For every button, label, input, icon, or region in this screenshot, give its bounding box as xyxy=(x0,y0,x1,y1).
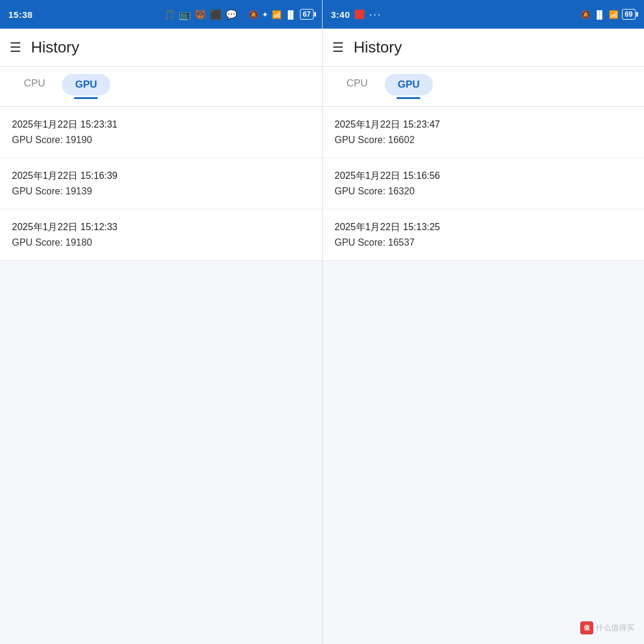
more-dots-icon: ··· xyxy=(369,8,382,21)
right-battery: 69 xyxy=(622,9,636,20)
left-date-0: 2025年1月22日 15:23:31 xyxy=(12,119,310,131)
left-list-item-1: 2025年1月22日 15:16:39 GPU Score: 19139 xyxy=(0,158,322,209)
right-time: 3:40 xyxy=(331,10,350,20)
left-tab-gpu-underline xyxy=(74,97,98,99)
left-tab-gpu[interactable]: GPU xyxy=(62,74,110,95)
right-score-2: GPU Score: 16537 xyxy=(335,237,632,248)
left-status-icons: 🎵 📺 🐻 ⬛ 💬 🔕 ✦ 📶 ▐▌ 67 xyxy=(163,9,314,20)
right-wifi-icon: 📶 xyxy=(609,10,618,19)
app-icon-2: 🐻 xyxy=(194,9,206,20)
right-menu-icon[interactable]: ☰ xyxy=(332,41,344,54)
app-icon-1: 📺 xyxy=(179,9,191,20)
left-battery: 67 xyxy=(300,9,314,20)
left-score-0: GPU Score: 19190 xyxy=(12,135,310,145)
right-date-0: 2025年1月22日 15:23:47 xyxy=(335,119,632,131)
app-icon-3: ⬛ xyxy=(210,9,222,20)
left-panel: 15:38 🎵 📺 🐻 ⬛ 💬 🔕 ✦ 📶 ▐▌ 67 ☰ History CP… xyxy=(0,0,322,644)
left-tabs: CPU GPU xyxy=(0,67,322,107)
right-content: 2025年1月22日 15:23:47 GPU Score: 16602 202… xyxy=(323,107,644,644)
left-content: 2025年1月22日 15:23:31 GPU Score: 19190 202… xyxy=(0,107,322,644)
right-tab-cpu[interactable]: CPU xyxy=(332,67,382,106)
right-score-1: GPU Score: 16320 xyxy=(335,186,632,197)
left-status-bar: 15:38 🎵 📺 🐻 ⬛ 💬 🔕 ✦ 📶 ▐▌ 67 xyxy=(0,0,322,29)
left-list-item-2: 2025年1月22日 15:12:33 GPU Score: 19180 xyxy=(0,209,322,261)
app-icon-4: 💬 xyxy=(225,9,237,20)
left-tab-cpu[interactable]: CPU xyxy=(10,67,60,106)
tiktok-icon: 🎵 xyxy=(163,9,175,20)
right-date-1: 2025年1月22日 15:16:56 xyxy=(335,170,632,182)
watermark-text: 什么值得买 xyxy=(596,623,634,633)
right-mute-icon: 🔕 xyxy=(581,10,590,19)
left-app-bar: ☰ History xyxy=(0,29,322,67)
left-score-2: GPU Score: 19180 xyxy=(12,237,310,248)
right-tab-gpu-underline xyxy=(397,97,420,99)
right-signal-icon: ▐▌ xyxy=(594,10,605,19)
right-list-item-2: 2025年1月22日 15:13:25 GPU Score: 16537 xyxy=(323,209,644,261)
left-list-item-0: 2025年1月22日 15:23:31 GPU Score: 19190 xyxy=(0,107,322,158)
right-tab-gpu-wrap[interactable]: GPU xyxy=(382,67,435,106)
record-icon xyxy=(355,10,364,19)
right-tabs: CPU GPU xyxy=(323,67,644,107)
left-date-2: 2025年1月22日 15:12:33 xyxy=(12,221,310,234)
right-list-item-0: 2025年1月22日 15:23:47 GPU Score: 16602 xyxy=(323,107,644,158)
left-time: 15:38 xyxy=(8,10,33,20)
right-page-title: History xyxy=(354,38,402,57)
mute-icon: 🔕 xyxy=(249,10,258,19)
right-date-2: 2025年1月22日 15:13:25 xyxy=(335,221,632,234)
watermark: 值 什么值得买 xyxy=(580,621,634,634)
right-panel: 3:40 ··· 🔕 ▐▌ 📶 69 ☰ History CPU GPU 202… xyxy=(322,0,644,644)
signal-icon: ▐▌ xyxy=(285,10,296,19)
right-status-bar: 3:40 ··· 🔕 ▐▌ 📶 69 xyxy=(323,0,644,29)
left-tab-gpu-wrap[interactable]: GPU xyxy=(60,67,113,106)
left-date-1: 2025年1月22日 15:16:39 xyxy=(12,170,310,182)
left-page-title: History xyxy=(31,38,79,57)
bluetooth-icon: ✦ xyxy=(262,10,268,19)
left-score-1: GPU Score: 19139 xyxy=(12,186,310,197)
wifi-icon: 📶 xyxy=(272,10,281,19)
right-score-0: GPU Score: 16602 xyxy=(335,135,632,145)
left-menu-icon[interactable]: ☰ xyxy=(10,41,21,54)
right-status-icons: 🔕 ▐▌ 📶 69 xyxy=(581,9,636,20)
right-list-item-1: 2025年1月22日 15:16:56 GPU Score: 16320 xyxy=(323,158,644,209)
right-app-bar: ☰ History xyxy=(323,29,644,67)
right-tab-gpu[interactable]: GPU xyxy=(385,74,433,95)
watermark-logo: 值 xyxy=(580,621,593,634)
